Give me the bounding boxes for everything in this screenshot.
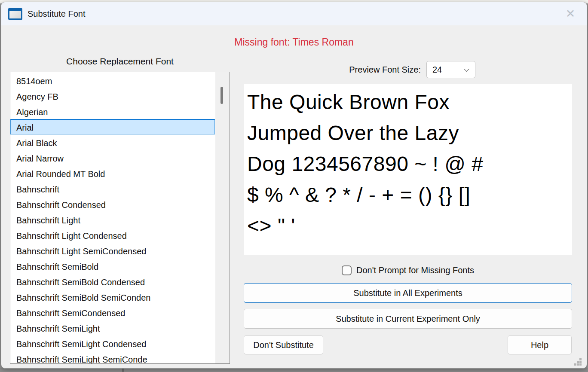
font-list-item[interactable]: 8514oem: [10, 73, 215, 88]
window-title: Substitute Font: [28, 9, 86, 19]
substitute-all-button[interactable]: Substitute in All Experiments: [244, 283, 572, 303]
font-list-item[interactable]: Bahnschrift SemiBold: [10, 258, 215, 274]
font-list-item[interactable]: Bahnschrift SemiLight: [10, 320, 215, 335]
font-list: 8514oemAgency FBAlgerianArialArial Black…: [10, 72, 215, 363]
font-list-item[interactable]: Bahnschrift SemiBold Condensed: [10, 274, 215, 289]
close-icon[interactable]: ✕: [560, 2, 581, 25]
font-list-item[interactable]: Arial Narrow: [10, 150, 215, 165]
preview-text-line: $ % ^ & ? * / - + = () {} []: [247, 180, 572, 210]
substitute-current-button[interactable]: Substitute in Current Experiment Only: [244, 309, 572, 329]
font-list-item[interactable]: Bahnschrift: [10, 181, 215, 196]
help-button[interactable]: Help: [508, 335, 572, 354]
scrollbar-track[interactable]: [215, 72, 230, 363]
missing-font-message: Missing font: Times Roman: [1, 37, 587, 48]
preview-text-line: Dog 1234567890 ~ ! @ #: [247, 149, 572, 180]
dont-substitute-button[interactable]: Don't Substitute: [244, 335, 323, 354]
font-list-item[interactable]: Bahnschrift Light SemiCondensed: [10, 243, 215, 258]
substitute-font-dialog: Substitute Font ✕ Missing font: Times Ro…: [1, 2, 587, 369]
preview-text-line: <> " ': [247, 210, 572, 241]
chevron-down-icon: [465, 67, 469, 71]
font-preview-area: The Quick Brown FoxJumped Over the LazyD…: [244, 84, 572, 255]
resize-grip[interactable]: [574, 358, 582, 366]
preview-text-line: Jumped Over the Lazy: [247, 118, 572, 149]
font-list-item[interactable]: Bahnschrift SemiCondensed: [10, 305, 215, 320]
font-size-select[interactable]: 24: [426, 61, 475, 78]
font-list-item[interactable]: Bahnschrift Light Condensed: [10, 227, 215, 243]
font-list-item[interactable]: Arial Rounded MT Bold: [10, 165, 215, 181]
font-list-item[interactable]: Agency FB: [10, 88, 215, 104]
title-bar: Substitute Font ✕: [1, 2, 587, 25]
dont-prompt-label[interactable]: Don't Prompt for Missing Fonts: [356, 265, 474, 275]
replacement-font-label: Choose Replacement Font: [10, 56, 230, 67]
font-listbox: 8514oemAgency FBAlgerianArialArial Black…: [10, 72, 230, 364]
font-list-item[interactable]: Bahnschrift SemiBold SemiConden: [10, 289, 215, 305]
font-list-item[interactable]: Arial Black: [10, 134, 215, 150]
font-list-item[interactable]: Bahnschrift SemiLight Condensed: [10, 335, 215, 351]
font-list-item[interactable]: Bahnschrift Condensed: [10, 196, 215, 212]
font-list-item[interactable]: Bahnschrift SemiLight SemiConde: [10, 351, 215, 363]
dont-prompt-row: Don't Prompt for Missing Fonts: [244, 263, 572, 277]
scrollbar-thumb[interactable]: [220, 87, 223, 104]
preview-text-line: The Quick Brown Fox: [247, 87, 572, 118]
preview-font-size-label: Preview Font Size:: [244, 65, 421, 75]
font-list-item[interactable]: Arial: [10, 119, 215, 134]
dont-prompt-checkbox[interactable]: [342, 265, 352, 275]
font-list-item[interactable]: Algerian: [10, 104, 215, 119]
font-list-item[interactable]: Bahnschrift Light: [10, 212, 215, 227]
font-size-value: 24: [432, 65, 442, 75]
window-icon: [8, 8, 22, 20]
